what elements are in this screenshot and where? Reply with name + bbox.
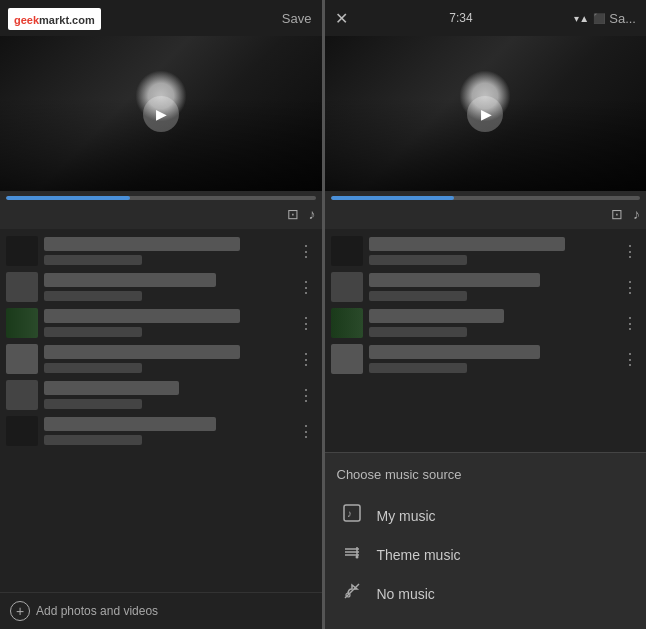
table-row: ⋮ xyxy=(325,341,647,377)
clip-bar-3 xyxy=(44,309,240,323)
left-video-preview xyxy=(0,36,322,191)
left-bottom-bar: + Add photos and videos xyxy=(0,592,322,629)
right-clip-sub-bar-3 xyxy=(369,327,467,337)
right-clip-menu-4[interactable]: ⋮ xyxy=(620,350,640,369)
status-bar: ▾▲ ⬛ Sa... xyxy=(574,11,636,26)
right-timeline-area: ⊡ ♪ xyxy=(325,191,647,229)
clip-sub-bar-3 xyxy=(44,327,142,337)
music-menu-title: Choose music source xyxy=(337,467,635,482)
right-video-thumb xyxy=(325,36,647,191)
right-top-bar: ✕ 7:34 ▾▲ ⬛ Sa... xyxy=(325,0,647,36)
right-music-icon[interactable]: ♪ xyxy=(633,206,640,222)
right-play-button[interactable] xyxy=(467,96,503,132)
clip-menu-3[interactable]: ⋮ xyxy=(296,314,316,333)
add-label: Add photos and videos xyxy=(36,604,158,618)
right-timeline-bar xyxy=(331,196,641,200)
right-clip-bar-4 xyxy=(369,345,541,359)
clip-sub-bar-6 xyxy=(44,435,142,445)
right-clip-menu-2[interactable]: ⋮ xyxy=(620,278,640,297)
music-menu: Choose music source ♪ My music xyxy=(325,452,647,629)
right-clip-content-1 xyxy=(369,237,615,265)
clip-thumb-3 xyxy=(6,308,38,338)
clip-menu-4[interactable]: ⋮ xyxy=(296,350,316,369)
clip-bar-4 xyxy=(44,345,240,359)
right-clip-thumb-3 xyxy=(331,308,363,338)
left-toolbar-row: ⊡ ♪ xyxy=(6,204,316,224)
table-row: ⋮ xyxy=(325,305,647,341)
right-fullscreen-icon[interactable]: ⊡ xyxy=(611,206,623,222)
right-clip-sub-bar-1 xyxy=(369,255,467,265)
clip-thumb-5 xyxy=(6,380,38,410)
left-play-button[interactable] xyxy=(143,96,179,132)
clip-bar-5 xyxy=(44,381,179,395)
right-save-button[interactable]: Sa... xyxy=(609,11,636,26)
clip-thumb-6 xyxy=(6,416,38,446)
right-clip-bar-3 xyxy=(369,309,504,323)
right-clip-menu-3[interactable]: ⋮ xyxy=(620,314,640,333)
clip-thumb-2 xyxy=(6,272,38,302)
clip-sub-bar-1 xyxy=(44,255,142,265)
clip-content-2 xyxy=(44,273,290,301)
watermark-markt: markt.com xyxy=(39,14,95,26)
left-timeline-area: ⊡ ♪ xyxy=(0,191,322,229)
my-music-label: My music xyxy=(377,508,436,524)
left-panel: ✕ Save ⊡ ♪ ⋮ xyxy=(0,0,322,629)
clip-sub-bar-5 xyxy=(44,399,142,409)
clip-content-1 xyxy=(44,237,290,265)
right-clip-bar-1 xyxy=(369,237,565,251)
right-clip-bar-2 xyxy=(369,273,541,287)
right-time: 7:34 xyxy=(449,11,472,25)
clip-bar-6 xyxy=(44,417,216,431)
watermark: geekmarkt.com xyxy=(8,8,101,30)
right-clip-content-3 xyxy=(369,309,615,337)
clip-content-4 xyxy=(44,345,290,373)
clip-thumb-1 xyxy=(6,236,38,266)
clip-content-3 xyxy=(44,309,290,337)
clip-sub-bar-4 xyxy=(44,363,142,373)
right-clip-thumb-1 xyxy=(331,236,363,266)
table-row: ⋮ xyxy=(0,233,322,269)
clip-menu-1[interactable]: ⋮ xyxy=(296,242,316,261)
no-music-label: No music xyxy=(377,586,435,602)
left-save-button[interactable]: Save xyxy=(282,11,312,26)
my-music-icon: ♪ xyxy=(341,504,363,527)
table-row: ⋮ xyxy=(325,233,647,269)
right-toolbar-row: ⊡ ♪ xyxy=(331,204,641,224)
theme-music-label: Theme music xyxy=(377,547,461,563)
my-music-option[interactable]: ♪ My music xyxy=(337,496,635,535)
right-clip-content-4 xyxy=(369,345,615,373)
theme-music-option[interactable]: Theme music xyxy=(337,535,635,574)
right-panel: ✕ 7:34 ▾▲ ⬛ Sa... ⊡ ♪ ⋮ xyxy=(325,0,647,629)
table-row: ⋮ xyxy=(0,341,322,377)
right-clip-menu-1[interactable]: ⋮ xyxy=(620,242,640,261)
theme-music-icon xyxy=(341,543,363,566)
no-music-icon xyxy=(341,582,363,605)
left-music-icon[interactable]: ♪ xyxy=(309,206,316,222)
clip-thumb-4 xyxy=(6,344,38,374)
right-clip-sub-bar-4 xyxy=(369,363,467,373)
table-row: ⋮ xyxy=(0,269,322,305)
clip-content-6 xyxy=(44,417,290,445)
clip-menu-2[interactable]: ⋮ xyxy=(296,278,316,297)
left-video-thumb xyxy=(0,36,322,191)
watermark-geek: geek xyxy=(14,14,39,26)
battery-icon: ⬛ xyxy=(593,13,605,24)
table-row: ⋮ xyxy=(0,377,322,413)
no-music-option[interactable]: No music xyxy=(337,574,635,613)
right-clip-thumb-2 xyxy=(331,272,363,302)
clip-menu-6[interactable]: ⋮ xyxy=(296,422,316,441)
clip-menu-5[interactable]: ⋮ xyxy=(296,386,316,405)
left-clips-list: ⋮ ⋮ ⋮ ⋮ xyxy=(0,229,322,592)
right-top-bar-left: ✕ xyxy=(335,9,348,28)
left-timeline-bar xyxy=(6,196,316,200)
add-photos-button[interactable]: + Add photos and videos xyxy=(10,601,158,621)
svg-point-6 xyxy=(355,556,358,559)
left-fullscreen-icon[interactable]: ⊡ xyxy=(287,206,299,222)
table-row: ⋮ xyxy=(325,269,647,305)
right-video-preview xyxy=(325,36,647,191)
right-close-button[interactable]: ✕ xyxy=(335,9,348,28)
svg-text:♪: ♪ xyxy=(347,508,352,519)
table-row: ⋮ xyxy=(0,413,322,449)
clip-sub-bar-2 xyxy=(44,291,142,301)
clip-bar-1 xyxy=(44,237,240,251)
